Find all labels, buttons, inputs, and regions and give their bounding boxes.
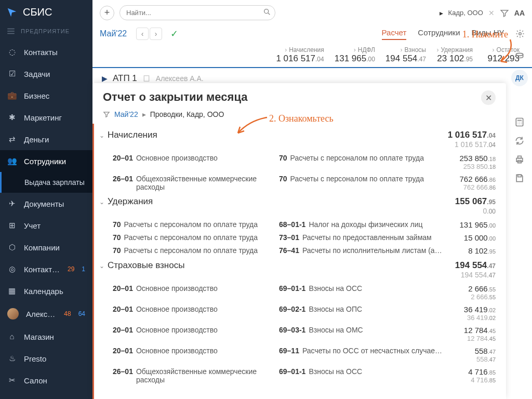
sidebar-item-5[interactable]: 👥Сотрудники [0,150,92,172]
sidebar-item-13[interactable]: ⌂Магазин [0,326,92,348]
sidebar-item-2[interactable]: 💼Бизнес [0,85,92,107]
next-month-button[interactable]: › [150,28,162,40]
search-input[interactable] [119,5,275,20]
summary-col-3[interactable]: › Удержания23 102.95 [431,44,478,67]
report-panel: Отчет о закрытии месяца ✕ Май'22 ▸ Прово… [92,83,506,399]
section-head[interactable]: ⌄Начисления1 016 517.041 016 517.04 [94,126,506,151]
nav-icon: 👥 [7,156,17,166]
avatar [7,308,19,320]
sidebar-item-7[interactable]: ✈Документы [0,193,92,215]
svg-rect-2 [144,76,149,82]
panel-breadcrumb[interactable]: Май'22 ▸ Проводки, Кадр, ООО [92,108,506,124]
save-icon[interactable] [514,172,525,184]
table-row[interactable]: 20–01Основное производство69–01-1Взносы … [94,281,506,302]
add-button[interactable]: + [100,6,114,20]
menu-icon[interactable] [6,26,16,36]
chevron-down-icon: ⌄ [99,132,104,139]
refresh-icon[interactable] [514,135,525,147]
sidebar-item-3[interactable]: ✱Маркетинг [0,107,92,128]
nav-icon: 💼 [7,91,17,100]
sidebar-item-label: Документы [24,200,64,208]
sidebar-item-9[interactable]: ⬡Компании [0,236,92,258]
table-row[interactable]: 20–01Основное производство69–11Расчеты п… [94,343,506,364]
close-panel-button[interactable]: ✕ [481,90,496,105]
table-row[interactable]: 70Расчеты с персоналом по оплате труда73… [94,230,506,243]
nav-icon: ⊞ [7,221,17,230]
sidebar-item-1[interactable]: ☑Задачи [0,63,92,85]
brand-name: СБИС [23,6,52,18]
calculator-icon[interactable] [514,116,525,128]
svg-rect-8 [518,175,522,177]
dk-button[interactable]: ДК [511,70,528,86]
table-row[interactable]: 20–01Основное производство69–02-1Взносы … [94,302,506,323]
org-person: Алексеев А.А. [156,74,204,83]
org-selector[interactable]: Кадр, ООО [448,9,483,17]
summary-col-0[interactable]: › Начисления1 016 517.04 [271,44,329,67]
font-size-button[interactable]: AA [514,9,525,17]
svg-point-0 [264,9,269,14]
panel-title: Отчет о закрытии месяца [103,90,247,104]
table-row[interactable]: 20–01Основное производство69–03-1Взносы … [94,323,506,343]
nav-icon: ✂ [7,376,17,385]
table-row[interactable]: 70Расчеты с персоналом по оплате труда76… [94,243,506,256]
search-icon[interactable] [263,8,271,16]
nav-icon: ⇄ [7,135,17,144]
sidebar-item-6[interactable]: Выдача зарплаты [0,172,92,193]
sidebar-item-label: Сотрудники [24,157,66,166]
sidebar-item-0[interactable]: ◌Контакты [0,41,92,63]
section-head[interactable]: ⌄Удержания155 067.950.00 [94,192,506,217]
table-row[interactable]: 26–01Общехозяйственные коммерческие расх… [94,364,506,385]
nav-icon: ✱ [7,113,17,122]
sidebar-item-14[interactable]: ♨Presto [0,348,92,369]
clear-org-icon[interactable]: ✕ [488,9,495,17]
enterprise-label: ПРЕДПРИЯТИЕ [21,28,70,34]
month-picker[interactable]: Май'22 [100,29,127,38]
sidebar-item-label: Салон [24,376,47,385]
badge: 1 [82,265,85,273]
sidebar-item-label: Компании [24,243,60,252]
tab-employees[interactable]: Сотрудники [418,28,460,40]
svg-point-3 [516,53,523,56]
sidebar-item-8[interactable]: ⊞Учет [0,215,92,236]
org-name[interactable]: АТП 1 [113,73,137,84]
expand-icon[interactable]: ▶ [102,74,108,83]
sidebar-item-4[interactable]: ⇄Деньги [0,128,92,150]
sidebar-item-11[interactable]: ▦Календарь [0,280,92,302]
section-head[interactable]: ⌄Страховые взносы194 554.47194 554.47 [94,256,506,281]
summary-col-1[interactable]: › НДФЛ131 965.00 [329,44,380,67]
sidebar-item-12[interactable]: Алексеев4864 [0,302,92,326]
building-icon [142,74,151,83]
tab-nu[interactable]: Виды НУ [472,28,504,40]
sidebar-item-label: Presto [24,354,46,363]
check-icon[interactable]: ✓ [170,28,178,39]
print-icon[interactable] [514,154,525,165]
sidebar-item-15[interactable]: ✂Салон [0,369,92,391]
table-row[interactable]: 70Расчеты с персоналом по оплате труда68… [94,217,506,230]
chevron-down-icon: ⌄ [99,262,104,270]
sidebar-item-label: Бизнес [24,91,49,100]
gear-icon[interactable] [515,29,525,38]
sidebar-item-label: Контакт-це [24,265,60,274]
svg-point-1 [519,33,522,35]
nav-icon: ⬡ [7,243,17,252]
nav-icon: ☑ [7,69,17,78]
filter-small-icon[interactable] [103,111,110,118]
summary-row: › Начисления1 016 517.04› НДФЛ131 965.00… [92,44,532,68]
tab-calc[interactable]: Расчет [382,28,407,40]
prev-month-button[interactable]: ‹ [136,28,149,40]
summary-col-2[interactable]: › Взносы194 554.47 [380,44,431,67]
sidebar-item-10[interactable]: ◎Контакт-це291 [0,258,92,280]
main: + ▸ Кадр, ООО ✕ AA Май'22 ‹ › ✓ [92,0,532,399]
sidebar-item-label: Магазин [24,332,54,341]
coins-icon[interactable] [514,51,525,62]
nav-icon: ♨ [7,354,17,363]
filter-icon[interactable] [500,8,509,18]
badge: 29 [68,265,74,273]
brand-logo-icon [6,7,18,18]
nav-icon: ◎ [7,264,17,274]
sidebar-item-label: Контакты [24,48,58,57]
table-row[interactable]: 20–01Основное производство70Расчеты с пе… [94,151,506,171]
sidebar-item-16[interactable]: ⚙Настройки [0,391,92,399]
table-row[interactable]: 26–01Общехозяйственные коммерческие расх… [94,171,506,192]
svg-rect-6 [518,156,522,158]
